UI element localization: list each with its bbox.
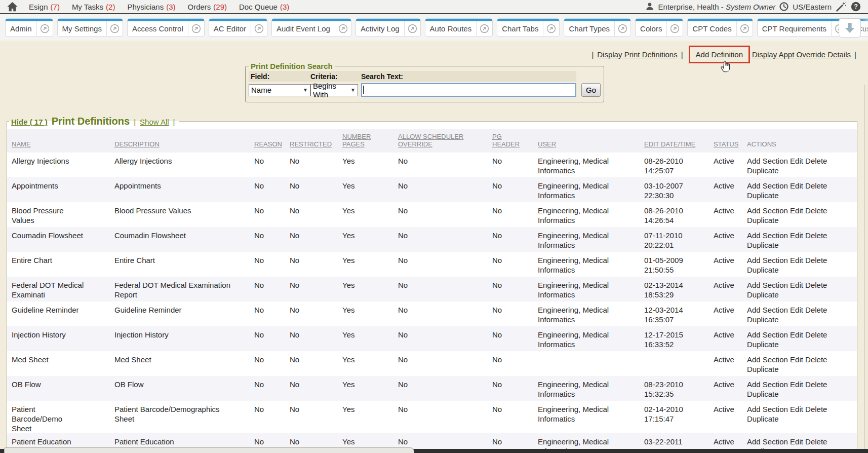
menu-orders[interactable]: Orders(29) (188, 3, 227, 11)
action-link[interactable]: Edit (790, 306, 803, 314)
tab-my-settings[interactable]: My Settings (57, 18, 123, 36)
action-link[interactable]: Duplicate (747, 216, 779, 224)
col-header-edit-datetime[interactable]: EDIT DATE/TIME (644, 129, 714, 153)
action-link[interactable]: Edit (790, 157, 803, 165)
tab-admin[interactable]: Admin (5, 18, 53, 36)
action-link[interactable]: Add Section (747, 281, 788, 289)
action-link[interactable]: Edit (790, 206, 803, 215)
action-link[interactable]: Edit (790, 355, 803, 364)
open-new-window-icon[interactable] (188, 21, 204, 36)
col-header-allow-scheduler-override[interactable]: ALLOW SCHEDULER OVERRIDE (398, 129, 492, 153)
action-link[interactable]: Edit (790, 181, 803, 190)
action-link[interactable]: Delete (805, 437, 827, 446)
add-definition-link[interactable]: Add Definition (696, 50, 743, 59)
open-new-window-icon[interactable] (404, 21, 420, 36)
action-link[interactable]: Delete (805, 330, 827, 339)
action-link[interactable]: Edit (790, 405, 803, 413)
action-link[interactable]: Add Section (747, 206, 788, 215)
open-new-window-icon[interactable] (36, 21, 53, 36)
action-link[interactable]: Delete (805, 380, 827, 389)
home-icon[interactable] (7, 2, 18, 12)
menu-esign[interactable]: Esign(7) (29, 3, 60, 11)
tab-cpt-requirements[interactable]: CPT Requirements (757, 18, 848, 36)
action-link[interactable]: Edit (790, 330, 803, 339)
hide-link[interactable]: Hide ( 17 ) (11, 118, 48, 126)
action-link[interactable]: Delete (805, 405, 827, 413)
action-link[interactable]: Add Section (747, 405, 788, 413)
tab-colors[interactable]: Colors (635, 18, 683, 36)
action-link[interactable]: Delete (805, 157, 827, 165)
col-header-name[interactable]: NAME (7, 129, 114, 153)
action-link[interactable]: Duplicate (747, 365, 779, 373)
go-button[interactable]: Go (581, 83, 601, 97)
action-link[interactable]: Add Section (747, 157, 788, 165)
tab-chart-tabs[interactable]: Chart Tabs (497, 18, 560, 36)
open-new-window-icon[interactable] (476, 21, 492, 36)
col-header-reason[interactable]: REASON (254, 129, 290, 153)
action-link[interactable]: Add Section (747, 181, 788, 190)
col-header-status[interactable]: STATUS (714, 129, 747, 153)
help-icon[interactable]: ? (851, 2, 861, 12)
col-header-number-pages[interactable]: NUMBER PAGES (342, 129, 398, 153)
col-header-restricted[interactable]: RESTRICTED (290, 129, 342, 153)
open-new-window-icon[interactable] (335, 21, 351, 36)
action-link[interactable]: Edit (790, 256, 803, 265)
tab-chart-types[interactable]: Chart Types (564, 18, 631, 36)
action-link[interactable]: Duplicate (747, 340, 779, 349)
action-link[interactable]: Delete (805, 231, 827, 240)
open-new-window-icon[interactable] (251, 21, 267, 36)
action-link[interactable]: Delete (805, 206, 827, 215)
col-header-user[interactable]: USER (538, 129, 644, 153)
action-link[interactable]: Add Section (747, 380, 788, 389)
display-appt-override-details-link[interactable]: Display Appt Override Details (752, 50, 851, 59)
tab-cpt-codes[interactable]: CPT Codes (687, 18, 753, 36)
action-link[interactable]: Duplicate (747, 414, 779, 423)
action-link[interactable]: Duplicate (747, 166, 779, 175)
action-link[interactable]: Delete (805, 256, 827, 265)
action-link[interactable]: Duplicate (747, 266, 779, 274)
field-select[interactable]: Name▼ (249, 84, 310, 96)
search-text-input[interactable] (361, 83, 576, 97)
col-header-description[interactable]: DESCRIPTION (114, 129, 254, 153)
wand-icon[interactable] (836, 2, 847, 12)
action-link[interactable]: Duplicate (747, 241, 779, 249)
menu-my-tasks[interactable]: My Tasks(2) (72, 3, 115, 11)
menu-physicians[interactable]: Physicians(3) (127, 3, 175, 11)
action-link[interactable]: Add Section (747, 256, 788, 265)
tab-ac-editor[interactable]: AC Editor (209, 18, 267, 36)
action-link[interactable]: Duplicate (747, 390, 779, 398)
vertical-scrollbar[interactable] (864, 85, 868, 453)
tab-audit-event-log[interactable]: Audit Event Log (271, 18, 351, 36)
open-new-window-icon[interactable] (543, 21, 559, 36)
open-new-window-icon[interactable] (614, 21, 630, 36)
display-print-definitions-link[interactable]: Display Print Definitions (597, 50, 677, 59)
action-link[interactable]: Edit (790, 437, 803, 446)
action-link[interactable]: Add Section (747, 231, 788, 240)
tab-activity-log[interactable]: Activity Log (356, 18, 421, 36)
tab-access-control[interactable]: Access Control (127, 18, 205, 36)
action-link[interactable]: Duplicate (747, 191, 779, 200)
show-all-link[interactable]: Show All (140, 118, 169, 126)
action-link[interactable]: Delete (805, 355, 827, 364)
col-header-pg-header[interactable]: PG HEADER (492, 129, 538, 153)
open-new-window-icon[interactable] (106, 21, 123, 36)
action-link[interactable]: Add Section (747, 437, 788, 446)
action-link[interactable]: Add Section (747, 306, 788, 314)
tab-overflow-button[interactable] (839, 18, 861, 37)
action-link[interactable]: Edit (790, 231, 803, 240)
action-link[interactable]: Delete (805, 181, 827, 190)
criteria-select[interactable]: Begins With▼ (310, 84, 358, 96)
open-new-window-icon[interactable] (666, 21, 683, 36)
action-link[interactable]: Add Section (747, 355, 788, 364)
action-link[interactable]: Delete (805, 281, 827, 289)
open-new-window-icon[interactable] (736, 21, 753, 36)
cell-restricted: No (290, 401, 342, 433)
action-link[interactable]: Edit (790, 380, 803, 389)
action-link[interactable]: Add Section (747, 330, 788, 339)
tab-auto-routes[interactable]: Auto Routes (425, 18, 493, 36)
action-link[interactable]: Edit (790, 281, 803, 289)
action-link[interactable]: Duplicate (747, 315, 779, 324)
menu-doc-queue[interactable]: Doc Queue(3) (239, 3, 289, 11)
action-link[interactable]: Delete (805, 306, 827, 314)
action-link[interactable]: Duplicate (747, 290, 779, 299)
